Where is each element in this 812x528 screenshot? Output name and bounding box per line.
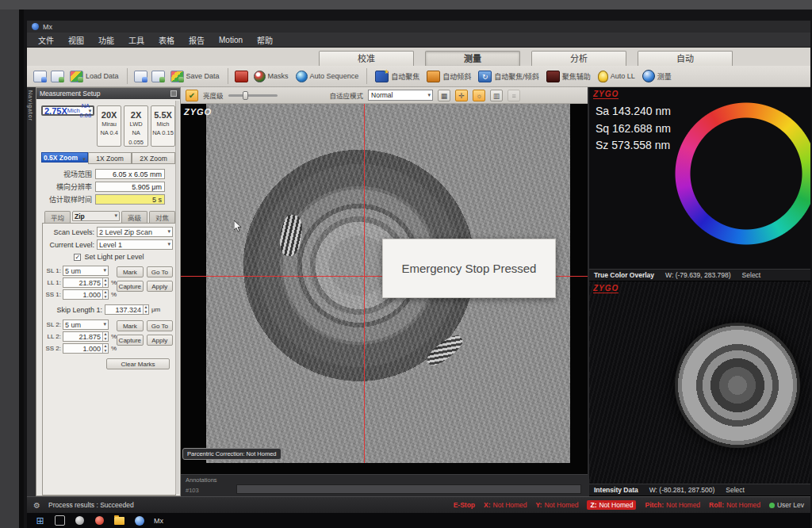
focus-aid-button[interactable]: 聚焦辅助 <box>545 70 592 83</box>
adaptive-mode-label: 自适应模式 <box>330 90 364 100</box>
menu-view[interactable]: 视图 <box>68 34 84 46</box>
menu-file[interactable]: 文件 <box>38 34 54 46</box>
goto-2-button[interactable]: Go To <box>147 320 173 331</box>
left-panel-scrollbar[interactable] <box>175 101 179 494</box>
status-green-dot <box>769 503 775 508</box>
select-button[interactable]: Select <box>726 486 745 494</box>
mx-taskbar-icon[interactable] <box>135 516 144 526</box>
menu-motion[interactable]: Motion <box>219 36 243 44</box>
scan-levels-dropdown[interactable]: 2 Level Zip Scan <box>97 227 173 237</box>
skip-length-stepper[interactable]: 137.324 ▲▼ <box>105 304 149 315</box>
capture-1-button[interactable]: Capture <box>117 281 143 292</box>
auto-tilt-icon <box>427 71 440 82</box>
objective-button-2.75x[interactable]: 2.75X Mich NA 0.08 <box>41 105 94 116</box>
objective-mag: 2X <box>124 110 147 120</box>
save-data-button[interactable]: Save Data <box>169 70 221 83</box>
load-settings-icon[interactable] <box>51 71 64 82</box>
select-button[interactable]: Select <box>742 271 761 279</box>
menu-bar: 文件 视图 功能 工具 表格 报告 Motion 帮助 <box>27 33 810 48</box>
objective-mag: 2.75X <box>44 106 67 116</box>
skip-length-unit: μm <box>151 306 160 313</box>
intensity-data-pane[interactable]: ZYGO <box>589 281 810 484</box>
tab-zip[interactable]: Zip <box>72 211 120 221</box>
navigator-side-tab[interactable]: Navigator <box>27 87 36 496</box>
sl2-label: SL 2: <box>45 321 61 328</box>
apply-1-button[interactable]: Apply <box>147 281 173 292</box>
brightness-slider[interactable] <box>228 94 278 97</box>
auto-focus-button[interactable]: 自动聚焦 <box>373 70 421 83</box>
objective-button-2x[interactable]: 2X LWD NA 0.055 <box>124 105 148 147</box>
pin-icon[interactable] <box>170 90 177 97</box>
masks-icon <box>254 71 266 82</box>
grid-view-button[interactable]: ▦ <box>438 90 450 101</box>
ss2-stepper[interactable]: 1.000 ▲▼ <box>63 343 109 354</box>
apply-2-button[interactable]: Apply <box>147 335 173 346</box>
menu-help[interactable]: 帮助 <box>257 34 273 46</box>
objective-button-5.5x[interactable]: 5.5X Mich NA 0.15 <box>151 105 175 147</box>
save-settings-icon[interactable] <box>151 71 165 82</box>
slider-thumb[interactable] <box>243 91 248 100</box>
tab-calibrate[interactable]: 校准 <box>319 51 414 66</box>
tab-analyze[interactable]: 分析 <box>531 51 626 66</box>
ll1-stepper[interactable]: 21.875 ▲▼ <box>63 277 109 288</box>
level-1-controls: SL 1: 5 um LL 1: 21.875 ▲▼ % <box>45 266 173 301</box>
start-button[interactable]: ⊞ <box>35 515 45 526</box>
set-light-checkbox[interactable]: ✓ <box>74 254 81 261</box>
save-data-icon[interactable] <box>134 71 147 82</box>
auto-sequence-button[interactable]: Auto Sequence <box>294 70 361 83</box>
menu-function[interactable]: 功能 <box>98 34 114 46</box>
confirm-check-button[interactable]: ✔ <box>186 90 198 101</box>
masks-button[interactable]: Masks <box>252 70 290 83</box>
capture-2-button[interactable]: Capture <box>117 335 143 346</box>
live-camera-view[interactable]: ZYGO Emergency Stop Pressed Parcentric C… <box>181 104 588 474</box>
goto-1-button[interactable]: Go To <box>147 266 173 277</box>
tab-advanced[interactable]: 高级 <box>121 211 147 223</box>
load-data-button[interactable]: Load Data <box>68 70 121 83</box>
light-toggle-button[interactable]: ☼ <box>473 90 485 101</box>
tab-average[interactable]: 平均 <box>44 211 71 223</box>
mark-1-button[interactable]: Mark <box>117 266 143 277</box>
results-column: ZYGO Sa 143.240 nm Sq 162.688 nm Sz 573.… <box>588 87 810 496</box>
auto-ll-button[interactable]: Auto LL <box>596 70 637 83</box>
split-view-button[interactable]: ▥ <box>490 90 503 101</box>
menu-tables[interactable]: 表格 <box>159 34 174 46</box>
objective-button-20x[interactable]: 20X Mirau NA 0.4 <box>97 105 121 147</box>
crosshair-toggle-button[interactable]: ✛ <box>455 90 468 101</box>
tab-focus[interactable]: 对焦 <box>149 211 175 223</box>
camera-icon[interactable] <box>235 71 248 82</box>
device-icon[interactable] <box>55 515 65 526</box>
load-data-icon[interactable] <box>33 71 47 82</box>
pane-coordinates: W: (-79.639, 283.798) <box>665 271 731 279</box>
zygo-logo: ZYGO <box>184 107 212 117</box>
auto-focus-tilt-button[interactable]: ↻ 自动聚焦/倾斜 <box>477 70 541 83</box>
app-icon-red[interactable] <box>95 516 104 525</box>
adaptive-mode-dropdown[interactable]: Normal <box>368 90 433 101</box>
menu-tools[interactable]: 工具 <box>128 34 144 46</box>
navigator-label: Navigator <box>28 90 33 121</box>
sl1-dropdown[interactable]: 5 um <box>63 266 109 276</box>
acquisition-time-value: 5 s <box>95 194 165 205</box>
zoom-0.5x-button[interactable]: 0.5X Zoom <box>41 152 88 163</box>
file-explorer-icon[interactable] <box>114 517 124 525</box>
current-level-dropdown[interactable]: Level 1 <box>97 239 173 250</box>
tab-automation[interactable]: 自动 <box>638 51 733 66</box>
ss1-stepper[interactable]: 1.000 ▲▼ <box>63 289 109 300</box>
scan-levels-label: Scan Levels: <box>45 228 94 236</box>
zoom-2x-button[interactable]: 2X Zoom <box>132 152 175 164</box>
sl2-dropdown[interactable]: 5 um <box>63 319 109 330</box>
clear-marks-button[interactable]: Clear Marks <box>106 358 170 369</box>
mark-2-button[interactable]: Mark <box>117 320 143 331</box>
annotations-input[interactable] <box>236 484 581 494</box>
app-icon-gray[interactable] <box>75 516 84 525</box>
measure-button[interactable]: 测量 <box>641 69 673 83</box>
toolbar-separator <box>127 68 128 84</box>
tab-measure[interactable]: 测量 <box>425 51 520 66</box>
extra-view-button[interactable]: ≡ <box>508 90 520 101</box>
menu-report[interactable]: 报告 <box>189 34 205 46</box>
auto-tilt-button[interactable]: 自动倾斜 <box>425 70 473 83</box>
ll2-stepper[interactable]: 21.875 ▲▼ <box>63 331 109 342</box>
auto-focus-icon <box>375 71 389 82</box>
measure-icon <box>642 70 655 82</box>
zoom-1x-button[interactable]: 1X Zoom <box>88 152 132 164</box>
true-color-overlay-pane[interactable]: ZYGO Sa 143.240 nm Sq 162.688 nm Sz 573.… <box>589 87 810 269</box>
